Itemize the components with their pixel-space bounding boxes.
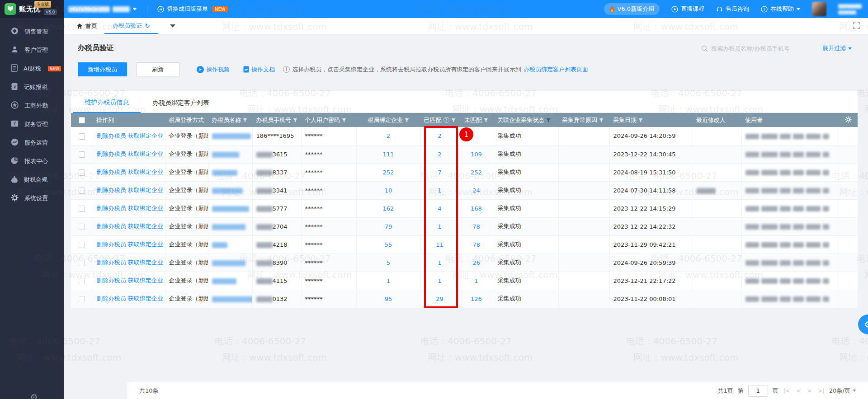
refresh-icon[interactable]: ↻	[145, 22, 150, 29]
filter-icon[interactable]	[243, 118, 247, 122]
row-checkbox[interactable]	[79, 296, 85, 302]
last-page-button[interactable]: >|	[817, 387, 825, 394]
unmatched-count[interactable]: 78	[472, 223, 480, 230]
bound-companies-count[interactable]: 79	[385, 223, 392, 230]
user-name-blurred[interactable]	[838, 4, 862, 14]
clerk-name-blurred[interactable]	[212, 296, 253, 302]
operation-video-link[interactable]: 操作视频	[197, 66, 230, 74]
clerk-name-blurred[interactable]	[212, 206, 249, 212]
company-switcher[interactable]	[68, 6, 137, 12]
row-checkbox[interactable]	[79, 242, 85, 248]
unmatched-count[interactable]: 109	[471, 151, 482, 158]
row-checkbox[interactable]	[79, 151, 85, 158]
clerk-name-blurred[interactable]	[212, 278, 236, 284]
matched-count[interactable]: 1	[438, 277, 441, 284]
filter-icon[interactable]	[546, 118, 551, 122]
sidebar-item-finance[interactable]: ¥财务管理	[0, 115, 64, 133]
unmatched-count[interactable]: 1	[474, 277, 478, 284]
clerk-name-blurred[interactable]	[212, 152, 239, 158]
matched-count[interactable]: 4	[438, 205, 441, 212]
delete-clerk-link[interactable]: 删除办税员	[97, 150, 126, 157]
clerk-name-blurred[interactable]	[212, 188, 243, 194]
unmatched-count[interactable]: 168	[471, 205, 482, 212]
filter-icon[interactable]	[599, 118, 604, 122]
row-checkbox[interactable]	[79, 188, 85, 194]
sidebar-item-settings[interactable]: 系统设置	[0, 189, 64, 207]
tab-active[interactable]: 办税员验证 ↻	[104, 18, 158, 34]
add-tax-clerk-button[interactable]: 新增办税员	[78, 62, 127, 76]
delete-clerk-link[interactable]: 删除办税员	[97, 187, 126, 193]
matched-count[interactable]: 2	[438, 132, 441, 139]
column-settings-gear-icon[interactable]	[845, 116, 852, 123]
filter-icon[interactable]	[342, 118, 346, 122]
bound-companies-count[interactable]: 5	[387, 259, 390, 266]
bound-customer-list-link[interactable]: 办税员绑定客户列表页面	[524, 66, 588, 74]
delete-clerk-link[interactable]: 删除办税员	[97, 259, 126, 266]
fetch-bound-companies-link[interactable]: 获取绑定企业	[128, 223, 163, 230]
page-size-select[interactable]: 20条/页	[829, 387, 856, 395]
matched-count[interactable]: 1	[438, 223, 441, 230]
fetch-bound-companies-link[interactable]: 获取绑定企业	[128, 277, 163, 284]
next-page-button[interactable]: >	[806, 387, 812, 394]
filter-icon[interactable]	[638, 118, 643, 122]
online-help-button[interactable]: ? 在线帮助	[761, 5, 800, 13]
avatar[interactable]	[812, 2, 826, 16]
fetch-bound-companies-link[interactable]: 获取绑定企业	[128, 132, 163, 139]
fullscreen-icon[interactable]	[853, 22, 860, 30]
prev-page-button[interactable]: <	[795, 387, 802, 394]
filter-icon[interactable]	[484, 118, 488, 122]
matched-count[interactable]: 2	[438, 151, 441, 158]
unmatched-count[interactable]: 252	[471, 169, 482, 176]
sidebar-item-customer[interactable]: 客户管理	[0, 41, 64, 59]
row-checkbox[interactable]	[79, 169, 85, 176]
sidebar-item-compliance[interactable]: 财税合规	[0, 170, 64, 189]
matched-count[interactable]: 1	[438, 187, 441, 194]
fetch-bound-companies-link[interactable]: 获取绑定企业	[128, 150, 163, 157]
delete-clerk-link[interactable]: 删除办税员	[97, 223, 126, 230]
after-sales-button[interactable]: 售后咨询	[716, 5, 749, 13]
matched-count[interactable]: 7	[438, 169, 441, 176]
tab-home[interactable]: 首页	[69, 18, 104, 34]
bound-companies-count[interactable]: 162	[383, 205, 394, 212]
matched-count[interactable]: 11	[436, 241, 443, 248]
fetch-bound-companies-link[interactable]: 获取绑定企业	[128, 259, 163, 266]
delete-clerk-link[interactable]: 删除办税员	[97, 295, 126, 302]
fetch-bound-companies-link[interactable]: 获取绑定企业	[128, 187, 163, 193]
bound-companies-count[interactable]: 252	[383, 169, 394, 176]
sidebar-item-sales[interactable]: 销售管理	[0, 22, 64, 41]
fetch-bound-companies-link[interactable]: 获取绑定企业	[128, 169, 163, 175]
delete-clerk-link[interactable]: 删除办税员	[97, 169, 126, 175]
unmatched-count[interactable]: 78	[472, 241, 480, 248]
filter-icon[interactable]	[451, 118, 456, 122]
first-page-button[interactable]: |<	[783, 387, 791, 394]
tab-list-dropdown-icon[interactable]	[170, 24, 175, 28]
bound-companies-count[interactable]: 111	[383, 151, 394, 158]
sidebar-item-field[interactable]: 工商外勤	[0, 96, 64, 115]
bound-companies-count[interactable]: 55	[385, 241, 392, 248]
help-icon[interactable]: ?	[443, 117, 449, 123]
filter-icon[interactable]	[293, 118, 297, 122]
bound-companies-count[interactable]: 2	[387, 132, 390, 139]
tab-bound-customer-list[interactable]: 办税员绑定客户列表	[141, 99, 221, 113]
unmatched-count[interactable]: 26	[472, 259, 480, 266]
sidebar-item-service[interactable]: 服务运营	[0, 133, 64, 152]
switch-old-menu-button[interactable]: 切换成旧版菜单 NEW	[157, 5, 228, 13]
delete-clerk-link[interactable]: 删除办税员	[97, 205, 126, 211]
bound-companies-count[interactable]: 10	[385, 187, 392, 194]
delete-clerk-link[interactable]: 删除办税员	[97, 277, 126, 284]
select-all-checkbox[interactable]	[79, 117, 85, 123]
row-checkbox[interactable]	[79, 278, 85, 284]
matched-count[interactable]: 29	[436, 296, 443, 302]
sidebar-collapse-gear-icon[interactable]: ⚙	[30, 392, 38, 399]
fetch-bound-companies-link[interactable]: 获取绑定企业	[128, 295, 163, 302]
refresh-button[interactable]: 刷新	[136, 62, 179, 76]
bound-companies-count[interactable]: 1	[387, 277, 390, 284]
live-course-button[interactable]: 直播课程	[671, 5, 704, 13]
unmatched-count[interactable]: 126	[471, 296, 482, 302]
fetch-bound-companies-link[interactable]: 获取绑定企业	[128, 205, 163, 211]
clerk-name-blurred[interactable]	[212, 170, 237, 176]
v6-intro-button[interactable]: V6.0新版介绍	[604, 3, 660, 15]
clerk-name-blurred[interactable]	[212, 260, 245, 266]
expand-filter-link[interactable]: 展开过滤	[822, 44, 852, 52]
delete-clerk-link[interactable]: 删除办税员	[97, 132, 126, 139]
